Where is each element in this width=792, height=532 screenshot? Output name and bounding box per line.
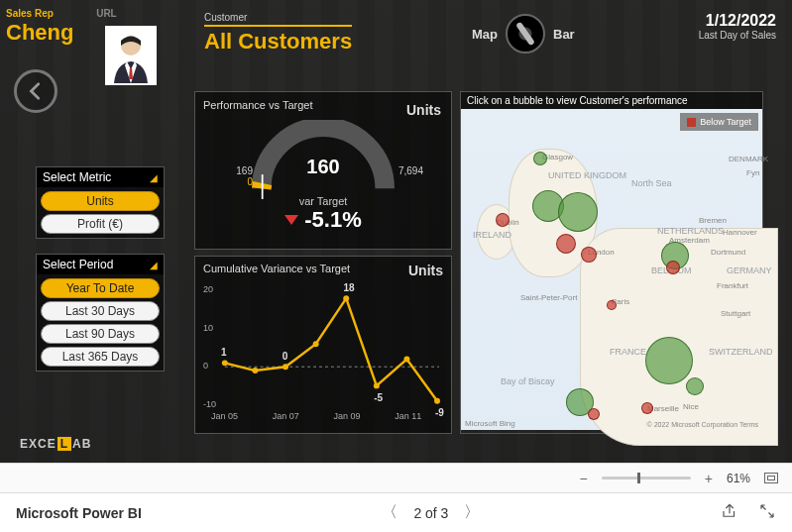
customer-block: Customer All Customers — [204, 12, 352, 54]
map-bubble[interactable] — [641, 402, 653, 414]
map-card: Click on a bubble to view Customer's per… — [460, 91, 763, 434]
map-bubble[interactable] — [533, 152, 547, 165]
map-hint: Click on a bubble to view Customer's per… — [461, 92, 762, 109]
city-label: Hannover — [723, 228, 757, 237]
variance-chart[interactable]: -1001020Jan 05Jan 07Jan 09Jan 11 1018-5-… — [203, 282, 443, 421]
map-bubble[interactable] — [588, 408, 600, 420]
zoom-value: 61% — [727, 472, 750, 485]
share-icon[interactable] — [721, 502, 738, 524]
page-indicator: 2 of 3 — [413, 505, 448, 521]
eraser-icon[interactable]: ◢ — [150, 172, 158, 183]
map-bubble[interactable] — [581, 247, 597, 263]
dial-icon[interactable] — [506, 14, 545, 53]
map-bubble[interactable] — [666, 261, 680, 274]
pager: 〈 2 of 3 〉 — [382, 502, 480, 523]
report-date: 1/12/2022 — [699, 12, 776, 30]
customer-title: All Customers — [204, 25, 352, 54]
brand-logo: EXCELAB — [20, 437, 91, 451]
point-label: 18 — [343, 282, 354, 293]
gauge-units: Units — [406, 102, 441, 118]
period-option[interactable]: Last 90 Days — [41, 324, 160, 344]
city-label: Frankfurt — [717, 281, 748, 290]
metric-option[interactable]: Profit (€) — [41, 214, 160, 234]
url-label: URL — [96, 8, 117, 19]
zoom-out-button[interactable]: − — [580, 471, 588, 486]
footer-bar: Microsoft Power BI 〈 2 of 3 〉 — [0, 492, 792, 532]
svg-point-5 — [252, 368, 258, 373]
legend-swatch-icon — [687, 118, 696, 127]
country-label: GERMANY — [727, 266, 772, 275]
country-label: FRANCE — [610, 347, 646, 357]
period-option[interactable]: Year To Date — [41, 278, 160, 298]
period-panel-title: Select Period — [43, 258, 113, 271]
metric-panel-title: Select Metric — [43, 170, 111, 184]
city-label: Bremen — [699, 216, 727, 225]
city-label: Saint-Peter-Port — [520, 293, 577, 302]
brand-pre: EXCE — [20, 437, 57, 451]
fit-page-icon[interactable] — [764, 473, 778, 483]
city-label: DENMARK — [729, 155, 768, 163]
period-option[interactable]: Last 30 Days — [41, 301, 160, 321]
linechart-title: Cumulative Variance vs Target — [203, 263, 350, 278]
next-page-button[interactable]: 〉 — [464, 502, 480, 523]
back-button[interactable] — [14, 69, 57, 113]
zoom-in-button[interactable]: + — [705, 471, 713, 486]
map-bubble[interactable] — [686, 377, 704, 395]
zoom-toolbar: − + 61% — [0, 463, 792, 492]
city-label: Dortmund — [711, 248, 745, 257]
customer-label: Customer — [204, 12, 352, 23]
toggle-map-label: Map — [472, 27, 498, 42]
point-label: 1 — [221, 347, 227, 358]
gauge-title: Performance vs Target — [203, 99, 312, 111]
fullscreen-icon[interactable] — [758, 502, 776, 524]
country-label: North Sea — [631, 178, 672, 188]
map-bubble[interactable] — [645, 337, 693, 384]
map-legend: Below Target — [680, 113, 758, 131]
map-bubble[interactable] — [607, 300, 617, 310]
svg-point-7 — [313, 341, 319, 347]
map-attr-right: © 2022 Microsoft Corporation Terms — [647, 421, 758, 428]
toggle-bar-label: Bar — [553, 27, 575, 42]
gauge-value: 160 — [203, 156, 443, 178]
period-panel: Select Period ◢ Year To DateLast 30 Days… — [36, 254, 165, 372]
map-bubble[interactable] — [558, 192, 598, 232]
brand-box: L — [57, 437, 71, 451]
view-toggle[interactable]: Map Bar — [472, 14, 575, 53]
avatar — [105, 26, 157, 85]
down-triangle-icon — [284, 215, 298, 225]
country-label: UNITED KINGDOM — [548, 170, 626, 180]
svg-point-10 — [403, 357, 409, 363]
metric-panel-header: Select Metric ◢ — [37, 167, 164, 187]
prev-page-button[interactable]: 〈 — [382, 502, 397, 523]
metric-option[interactable]: Units — [41, 191, 160, 211]
app-name: Microsoft Power BI — [16, 505, 142, 521]
svg-point-4 — [222, 360, 228, 366]
point-label: -9 — [435, 407, 444, 418]
city-label: Fyn — [746, 168, 759, 177]
svg-point-9 — [374, 382, 380, 388]
var-value: -5.1% — [203, 207, 443, 233]
period-panel-header: Select Period ◢ — [37, 255, 164, 274]
eraser-icon[interactable]: ◢ — [150, 260, 158, 270]
point-label: 0 — [283, 351, 288, 362]
svg-point-8 — [343, 295, 349, 301]
variance-chart-card: Cumulative Variance vs Target Units -100… — [194, 256, 452, 434]
country-label: Bay of Biscay — [501, 376, 555, 386]
svg-point-6 — [283, 364, 288, 370]
city-label: Stuttgart — [721, 309, 750, 318]
map[interactable]: Below Target Microsoft Bing © 2022 Micro… — [461, 109, 762, 430]
country-label: IRELAND — [473, 230, 511, 240]
country-label: SWITZERLAND — [709, 347, 773, 357]
linechart-units: Units — [408, 263, 443, 278]
gauge-card: Performance vs Target Units 169 0 7,694 … — [194, 91, 452, 250]
brand-post: AB — [72, 437, 91, 451]
map-bubble[interactable] — [556, 234, 576, 254]
metric-panel: Select Metric ◢ UnitsProfit (€) — [36, 166, 165, 239]
map-bubble[interactable] — [496, 213, 509, 227]
svg-point-11 — [434, 398, 440, 404]
period-option[interactable]: Last 365 Days — [41, 347, 160, 367]
report-date-sub: Last Day of Sales — [699, 30, 776, 41]
zoom-slider[interactable] — [602, 477, 691, 479]
city-label: Nice — [683, 402, 699, 411]
map-attr-left: Microsoft Bing — [465, 419, 515, 428]
